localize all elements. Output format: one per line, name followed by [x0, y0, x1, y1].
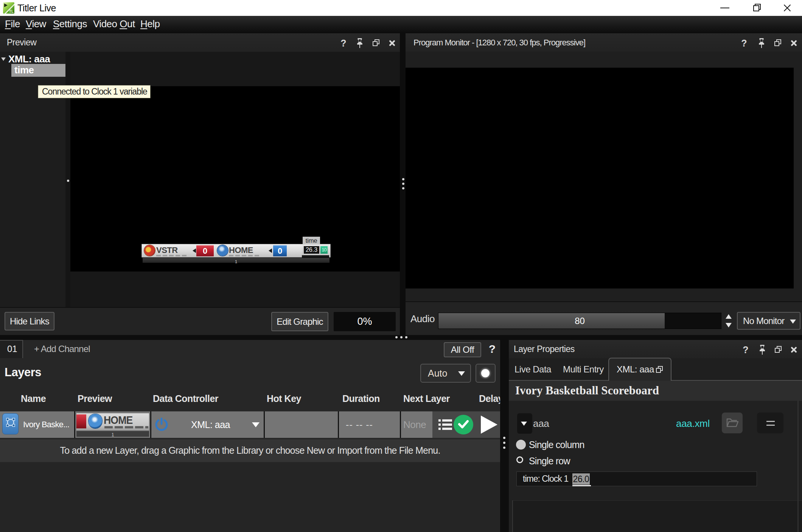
help-icon[interactable]: ?	[486, 341, 498, 357]
column-header-preview[interactable]: Preview	[78, 393, 112, 404]
close-panel-icon[interactable]	[789, 345, 799, 355]
power-toggle-icon[interactable]	[154, 417, 169, 432]
close-panel-icon[interactable]	[789, 38, 799, 48]
variable-binding-field[interactable]: time: Clock 1 26.0	[516, 472, 757, 486]
next-layer-value[interactable]: None	[403, 411, 426, 438]
audio-bar: Audio 80 No Monitor	[406, 301, 802, 335]
graphic-title: Ivory Basketball Scoreboard	[515, 381, 659, 400]
menu-video-out[interactable]: Video Out	[93, 16, 135, 32]
tree-item-time[interactable]: time	[11, 64, 65, 77]
monitor-select[interactable]: No Monitor	[737, 312, 800, 330]
period-bar: 1	[143, 258, 330, 263]
play-icon[interactable]	[481, 416, 497, 434]
radio-single-column[interactable]: Single column	[516, 439, 675, 450]
options-button[interactable]	[757, 413, 783, 433]
layer-type-icon	[2, 413, 19, 434]
shot-clock: 10	[320, 246, 328, 254]
close-panel-icon[interactable]	[387, 38, 397, 48]
thumb-dash	[145, 426, 148, 428]
float-tab-icon[interactable]	[655, 365, 665, 375]
properties-tabs: Live Data Multi Entry XML: aaa	[509, 358, 802, 381]
away-possession-arrow	[193, 248, 196, 253]
column-header-data-controller[interactable]: Data Controller	[153, 393, 218, 404]
enabled-check-icon[interactable]	[454, 415, 473, 434]
thumbnail-red-block	[76, 414, 86, 428]
menu-file[interactable]: File	[5, 16, 20, 32]
restore-button[interactable]	[748, 0, 765, 16]
column-header-delay[interactable]: Delay	[479, 393, 503, 404]
help-icon[interactable]: ?	[741, 345, 751, 355]
audio-slider[interactable]: 80	[438, 313, 721, 329]
collapse-caret-icon[interactable]	[1, 57, 6, 61]
tooltip: Connected to Clock 1 variable	[38, 85, 151, 98]
minimize-button[interactable]	[716, 0, 734, 16]
time-variable-chip[interactable]: time	[303, 237, 320, 245]
float-panel-icon[interactable]	[774, 345, 783, 355]
menu-settings[interactable]: Settings	[53, 16, 87, 32]
pin-icon[interactable]	[757, 38, 766, 48]
menu-bar: File View Settings Video Out Help	[0, 16, 802, 32]
radio-selected-icon	[516, 440, 526, 450]
thumbnail-period-strip: 1	[76, 431, 149, 437]
menu-file-mnemonic: F	[5, 18, 11, 29]
window-title: Titler Live	[17, 3, 56, 14]
title-bar: TL Titler Live	[0, 0, 802, 16]
variable-binding-value[interactable]: 26.0	[572, 473, 590, 485]
browse-folder-button[interactable]	[722, 413, 743, 433]
mode-select[interactable]: Auto	[420, 364, 471, 383]
variable-binding-label: time: Clock 1	[523, 472, 568, 486]
panel-splitter-handle[interactable]	[401, 178, 406, 191]
tab-live-data[interactable]: Live Data	[514, 358, 551, 381]
column-header-duration[interactable]: Duration	[342, 393, 380, 404]
close-button[interactable]	[778, 0, 796, 16]
pin-icon[interactable]	[355, 38, 365, 48]
column-header-hot-key[interactable]: Hot Key	[267, 393, 301, 404]
audio-stepper[interactable]	[726, 313, 732, 329]
horizontal-splitter-handle[interactable]	[395, 335, 410, 340]
radio-single-row[interactable]: Single row	[516, 455, 675, 467]
pin-icon[interactable]	[757, 345, 767, 355]
layer-row[interactable]: Ivory Baske... HOME 1 XML: aaa	[0, 411, 500, 438]
tab-xml-aaa[interactable]: XML: aaa	[608, 358, 671, 381]
source-file-link[interactable]: aaa.xml	[676, 413, 710, 434]
scrollbar-track[interactable]	[797, 401, 799, 532]
program-panel-header: Program Monitor - [1280 x 720, 30 fps, P…	[406, 33, 802, 52]
menu-view[interactable]: View	[26, 16, 46, 32]
vertical-splitter-handle[interactable]	[502, 436, 507, 451]
tree-root-row[interactable]: XML: aaa	[0, 53, 65, 65]
logo-monogram: TL	[9, 9, 14, 14]
stepper-down-icon[interactable]	[726, 323, 732, 327]
column-header-name[interactable]: Name	[21, 393, 46, 404]
stepper-up-icon[interactable]	[726, 314, 732, 319]
float-panel-icon[interactable]	[371, 38, 381, 48]
home-dash	[248, 255, 253, 256]
all-off-button[interactable]: All Off	[444, 342, 481, 357]
thumb-dash	[104, 426, 113, 428]
help-icon[interactable]: ?	[339, 38, 348, 48]
tab-multi-entry[interactable]: Multi Entry	[563, 358, 604, 381]
program-video-area	[406, 68, 794, 288]
home-dash	[255, 255, 259, 256]
preview-panel-title: Preview	[7, 33, 36, 52]
layers-empty-hint: To add a new Layer, drag a Graphic from …	[0, 439, 500, 462]
menu-help[interactable]: Help	[140, 16, 160, 32]
float-panel-icon[interactable]	[773, 38, 783, 48]
hide-links-button[interactable]: Hide Links	[5, 312, 54, 330]
channel-tab-01[interactable]: 01	[0, 340, 23, 358]
edit-graphic-button[interactable]: Edit Graphic	[271, 312, 328, 331]
chevron-down-icon[interactable]	[252, 422, 260, 427]
add-channel-button[interactable]: + Add Channel	[34, 340, 90, 358]
away-dash	[182, 255, 187, 256]
menu-help-mnemonic: H	[140, 18, 147, 29]
menu-help-label: elp	[147, 18, 160, 29]
home-dash	[242, 255, 246, 256]
source-collapse-button[interactable]	[517, 413, 532, 434]
audio-value: 80	[438, 313, 721, 329]
help-icon[interactable]: ?	[739, 38, 749, 48]
playlist-icon[interactable]	[438, 419, 452, 432]
column-header-next-layer[interactable]: Next Layer	[403, 393, 450, 404]
scoreboard-graphic: VSTR 0 HOME 0 26.3 10	[141, 244, 331, 263]
logo-arrow-icon	[4, 3, 8, 7]
record-button[interactable]	[476, 364, 496, 383]
duration-value[interactable]: -- -- --	[333, 411, 386, 438]
